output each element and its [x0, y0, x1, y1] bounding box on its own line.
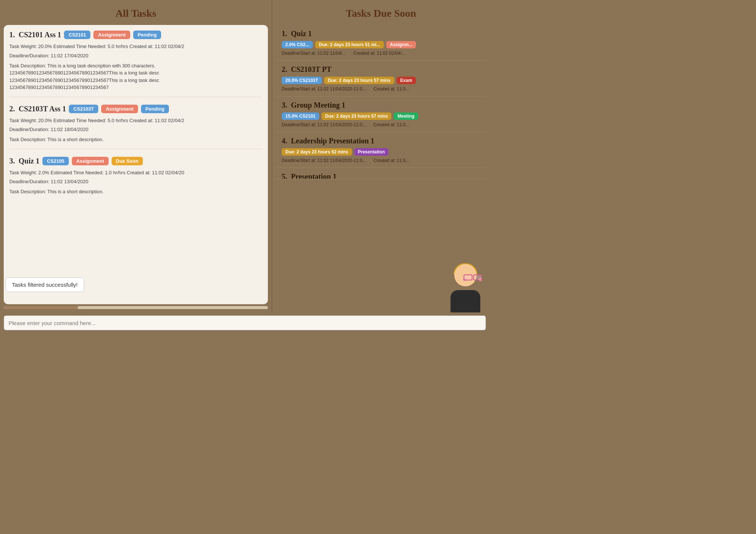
badge-due-sm: Due: 2 days 23 hours 52 mins: [282, 148, 352, 156]
due-soon-deadline: Deadline/Start at: 11:02 11/04/...: [282, 51, 346, 56]
badge-due-sm: Due: 2 days 23 hours 57 mins: [324, 77, 394, 84]
all-tasks-title: All Tasks: [4, 4, 268, 25]
task-header: 3. Quiz 1 CS2105 Assignment Due Soon: [9, 157, 262, 165]
command-input[interactable]: [4, 315, 486, 330]
due-soon-meta: Deadline/Start at: 11:02 11/04/... Creat…: [282, 51, 480, 56]
due-soon-badges: 20.0% CS2103T Due: 2 days 23 hours 57 mi…: [282, 77, 480, 84]
due-soon-meta: Deadline/Start at: 11:02 11/04/2020-11:0…: [282, 158, 480, 163]
badge-course: CS2105: [42, 157, 69, 165]
task-description: Task Description: This is a short descri…: [9, 188, 262, 196]
badge-type-sm: Assignm...: [386, 41, 416, 48]
due-soon-created: Created at: 11:0...: [374, 122, 409, 127]
due-soon-badges: 2.0% CS2... Due: 2 days 23 hours 51 mi..…: [282, 41, 480, 48]
task-description: Task Description: This is a long task de…: [9, 62, 262, 91]
due-soon-created: Created at: 11:02 02/04/...: [353, 51, 405, 56]
task-item: 1. CS2101 Ass 1 CS2101 Assignment Pendin…: [9, 31, 262, 97]
due-soon-item-title: 4. Leadership Presentation 1: [282, 137, 480, 145]
badge-type: Assignment: [101, 105, 138, 113]
badge-type: Assignment: [72, 157, 108, 165]
avatar-body: [451, 290, 480, 312]
task-number-title: 1. CS2101 Ass 1: [9, 31, 61, 39]
due-soon-item: 2. CS2103T PT 20.0% CS2103T Due: 2 days …: [276, 61, 486, 96]
badge-due-sm: Due: 2 days 23 hours 57 mins: [321, 112, 392, 120]
due-soon-badges: Due: 2 days 23 hours 52 mins Presentatio…: [282, 148, 480, 156]
task-meta-1: Task Weight: 20.0% Estimated Time Needed…: [9, 117, 262, 125]
badge-type-sm: Exam: [397, 77, 416, 84]
scrollbar-thumb[interactable]: [4, 306, 78, 309]
due-soon-item-title: 3. Group Meeting 1: [282, 101, 480, 109]
due-soon-badges: 15.0% CS2101 Due: 2 days 23 hours 57 min…: [282, 112, 480, 120]
due-soon-deadline: Deadline/Start at: 11:02 11/04/2020-11:0…: [282, 122, 366, 127]
badge-status: Due Soon: [112, 157, 143, 165]
badge-course: CS2101: [64, 31, 90, 39]
task-item: 3. Quiz 1 CS2105 Assignment Due Soon Tas…: [9, 157, 262, 201]
task-number-title: 3. Quiz 1: [9, 157, 39, 165]
task-meta-2: Deadline/Duration: 11:02 18/04/2020: [9, 126, 262, 134]
horizontal-scrollbar[interactable]: [4, 306, 268, 309]
task-meta-2: Deadline/Duration: 11:02 17/04/2020: [9, 52, 262, 60]
task-header: 1. CS2101 Ass 1 CS2101 Assignment Pendin…: [9, 31, 262, 39]
bottom-area: [0, 313, 490, 333]
task-number-title: 2. CS2103T Ass 1: [9, 105, 66, 113]
due-soon-item-title: 2. CS2103T PT: [282, 65, 480, 74]
due-soon-item: 1. Quiz 1 2.0% CS2... Due: 2 days 23 hou…: [276, 25, 486, 61]
left-panel: All Tasks 1. CS2101 Ass 1 CS2101 Assignm…: [0, 0, 272, 313]
due-soon-title: Tasks Due Soon: [276, 4, 486, 25]
badge-status: Pending: [133, 31, 161, 39]
avatar: [447, 264, 484, 312]
badge-course: CS2103T: [69, 105, 98, 113]
avatar-glasses: [464, 274, 482, 279]
task-description: Task Description: This is a short descri…: [9, 136, 262, 143]
due-soon-item: 5. Presentation 1: [276, 168, 486, 179]
due-soon-deadline: Deadline/Start at: 11:02 11/04/2020-11:0…: [282, 158, 366, 163]
due-soon-deadline: Deadline/Start at: 11:02 11/04/2020-11:0…: [282, 86, 366, 92]
task-meta-2: Deadline/Duration: 11:02 13/04/2020: [9, 178, 262, 186]
notification-box: Tasks filtered successfully!: [6, 277, 84, 292]
due-soon-item: 3. Group Meeting 1 15.0% CS2101 Due: 2 d…: [276, 96, 486, 132]
due-soon-meta: Deadline/Start at: 11:02 11/04/2020-11:0…: [282, 122, 480, 127]
notification-text: Tasks filtered successfully!: [12, 282, 78, 288]
due-soon-meta: Deadline/Start at: 11:02 11/04/2020-11:0…: [282, 86, 480, 92]
due-soon-created: Created at: 11:0...: [374, 158, 409, 163]
badge-status: Pending: [141, 105, 169, 113]
avatar-head: [454, 264, 477, 286]
badge-course-sm: 20.0% CS2103T: [282, 77, 322, 84]
due-soon-item: 4. Leadership Presentation 1 Due: 2 days…: [276, 132, 486, 168]
due-soon-created: Created at: 11:0...: [374, 86, 409, 92]
task-meta-1: Task Weight: 2.0% Estimated Time Needed:…: [9, 169, 262, 177]
task-header: 2. CS2103T Ass 1 CS2103T Assignment Pend…: [9, 105, 262, 113]
task-item: 2. CS2103T Ass 1 CS2103T Assignment Pend…: [9, 105, 262, 149]
tasks-scroll-container[interactable]: 1. CS2101 Ass 1 CS2101 Assignment Pendin…: [4, 25, 268, 304]
badge-type-sm: Presentation: [354, 148, 389, 156]
badge-due-sm: Due: 2 days 23 hours 51 mi...: [315, 41, 384, 48]
badge-course-sm: 2.0% CS2...: [282, 41, 313, 48]
task-meta-1: Task Weight: 20.0% Estimated Time Needed…: [9, 43, 262, 51]
badge-type-sm: Meeting: [394, 112, 418, 120]
due-soon-item-title: 5. Presentation 1: [282, 172, 480, 179]
badge-type: Assignment: [93, 31, 130, 39]
badge-course-sm: 15.0% CS2101: [282, 112, 319, 120]
due-soon-item-title: 1. Quiz 1: [282, 29, 480, 38]
